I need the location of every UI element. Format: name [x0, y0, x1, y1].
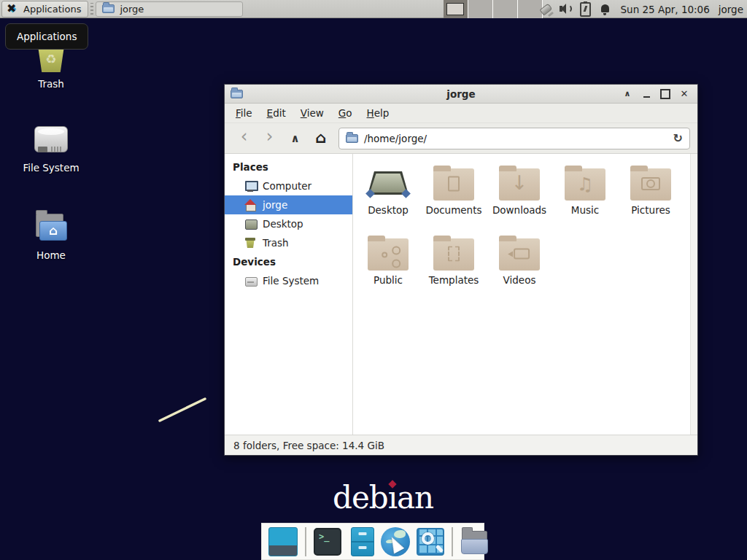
sidebar-item-label: File System [263, 275, 319, 287]
file-icon [630, 166, 672, 201]
sidebar-item-jorge[interactable]: jorge [225, 195, 352, 214]
sidebar-devices-list: File System [225, 271, 352, 290]
desktop-icon-image [32, 210, 70, 246]
menu-item[interactable]: Go [332, 104, 359, 122]
dock-app-finder[interactable] [417, 528, 444, 556]
sidebar-places-list: Computer jorge Desktop Trash [225, 176, 352, 252]
menu-item[interactable]: View [294, 104, 330, 122]
dock-web-browser[interactable] [381, 527, 410, 556]
menu-item[interactable]: Help [360, 104, 396, 122]
file-label: Public [355, 274, 421, 286]
sidebar-item-icon [244, 237, 257, 249]
file-item-public[interactable]: Public [355, 233, 421, 303]
path-bar[interactable]: /home/jorge/ [338, 128, 690, 149]
workspace-cell[interactable] [493, 0, 518, 18]
up-button[interactable] [283, 128, 307, 149]
sidebar-item-icon [244, 180, 257, 192]
file-item-videos[interactable]: Videos [487, 233, 552, 303]
file-label: Desktop [355, 204, 421, 216]
applications-tooltip: Applications [5, 23, 88, 50]
file-icon [433, 236, 475, 271]
minimize-button[interactable] [639, 87, 654, 101]
file-item-desktop[interactable]: Desktop [355, 163, 421, 233]
sidebar-item-icon [244, 218, 257, 230]
file-icon [498, 166, 541, 201]
home-button[interactable] [309, 128, 333, 149]
desktop-icon-filesystem[interactable]: File System [7, 122, 95, 174]
window-body: Places Computer jorge Desktop [225, 154, 697, 435]
file-label: Templates [421, 274, 487, 286]
notifications-bell-icon[interactable] [595, 0, 615, 18]
desktop-icon-image [32, 122, 70, 159]
window-titlebar[interactable]: jorge [225, 85, 697, 104]
file-item-templates[interactable]: Templates [421, 233, 487, 303]
file-item-downloads[interactable]: Downloads [487, 163, 552, 233]
path-text[interactable]: /home/jorge/ [364, 133, 667, 144]
file-item-pictures[interactable]: Pictures [618, 163, 684, 233]
desktop-icon-label: Home [7, 249, 95, 261]
panel-clock[interactable]: Sun 25 Apr, 10:06 [621, 4, 710, 15]
applications-menu-label: Applications [23, 4, 81, 15]
sidebar-item-label: Computer [263, 180, 311, 192]
forward-button[interactable] [258, 128, 282, 149]
toolbar: /home/jorge/ [225, 123, 697, 154]
file-label: Pictures [618, 204, 684, 216]
dock-file-manager[interactable] [351, 527, 374, 556]
volume-icon[interactable] [556, 0, 576, 18]
sidebar-header-devices: Devices [225, 252, 352, 271]
desktop-icon-label: File System [7, 162, 95, 174]
scrollbar-trough[interactable] [690, 154, 697, 435]
sidebar-item-icon [244, 275, 257, 287]
sidebar-item-icon [244, 199, 257, 211]
panel-right-cluster: Sun 25 Apr, 10:06 jorge [536, 0, 747, 18]
workspace-cell[interactable] [468, 0, 493, 18]
dock-terminal[interactable] [314, 528, 341, 556]
menubar: File Edit View Go Help [225, 104, 697, 123]
system-tray [536, 0, 615, 18]
cursor-artifact-line [156, 395, 209, 424]
workspace-cell[interactable] [444, 0, 468, 18]
network-icon[interactable] [536, 0, 556, 18]
file-icon [498, 236, 541, 271]
taskbar-window-label: jorge [120, 4, 144, 15]
dock-directory-menu[interactable] [460, 527, 489, 556]
file-icon [564, 166, 606, 201]
sidebar-header-places: Places [225, 158, 352, 176]
sidebar-item-label: jorge [263, 199, 287, 211]
file-label: Videos [487, 274, 552, 286]
applications-menu-button[interactable]: Applications [1, 1, 88, 18]
sidebar-item-filesystem[interactable]: File System [225, 271, 352, 290]
sidebar-item-desktop[interactable]: Desktop [225, 214, 352, 233]
file-manager-window: jorge File Edit View Go Help [224, 84, 698, 456]
battery-icon[interactable] [576, 0, 595, 18]
sidebar-item-label: Trash [263, 237, 289, 249]
menu-item[interactable]: Edit [260, 104, 293, 122]
panel-handle[interactable] [90, 3, 93, 15]
xfce-logo-icon [7, 3, 19, 15]
shade-button[interactable] [620, 87, 635, 101]
dock-separator [305, 527, 306, 556]
file-label: Documents [421, 204, 487, 216]
file-icon [367, 236, 409, 271]
panel-username[interactable]: jorge [719, 4, 743, 15]
taskbar-window-button[interactable]: jorge [96, 1, 243, 17]
sidebar-item-computer[interactable]: Computer [225, 176, 352, 195]
maximize-button[interactable] [658, 87, 673, 101]
workspace-pager [444, 0, 543, 18]
sidebar: Places Computer jorge Desktop [225, 154, 353, 435]
file-item-music[interactable]: Music [552, 163, 618, 233]
bottom-dock [261, 523, 484, 560]
back-button[interactable] [232, 128, 256, 149]
sidebar-item-trash[interactable]: Trash [225, 233, 352, 252]
dock-show-desktop[interactable] [268, 527, 298, 556]
close-button[interactable] [677, 87, 692, 101]
folder-icon [102, 4, 115, 13]
file-label: Downloads [487, 204, 552, 216]
statusbar: 8 folders, Free space: 14.4 GiB [225, 435, 697, 455]
desktop-icon-home[interactable]: Home [7, 210, 95, 261]
sidebar-item-label: Desktop [263, 218, 303, 230]
file-item-documents[interactable]: Documents [421, 163, 487, 233]
menu-item[interactable]: File [229, 104, 259, 122]
reload-icon[interactable] [673, 131, 683, 145]
file-icon [433, 166, 475, 201]
